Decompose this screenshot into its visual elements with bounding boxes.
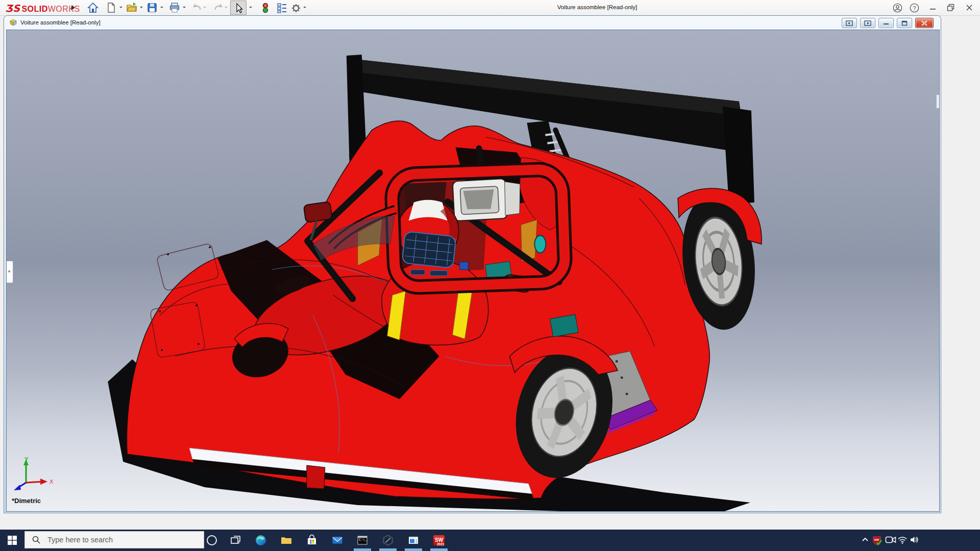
svg-text:C:\_: C:\_ [359,538,367,542]
running-indicator-hexagon-app [379,548,397,551]
restore-button[interactable] [946,3,956,13]
new-document-button[interactable] [105,2,117,14]
close-icon [966,4,973,11]
undo-icon [191,2,203,14]
print-icon [168,2,181,14]
gear-icon [290,2,302,14]
account-icon [893,3,902,13]
new-document-dropdown[interactable] [119,7,122,10]
settings-dropdown[interactable] [303,7,306,10]
view-orientation-label: *Dimetric [12,497,41,505]
assembly-icon [9,18,17,27]
camera-icon [885,535,896,544]
hexagon-app-icon [382,534,394,546]
taskbar-file-explorer-button[interactable] [280,534,292,546]
search-input[interactable] [46,535,186,544]
select-tool-active-button[interactable] [230,1,247,15]
solidworks-logo: ƷSSOLIDWORKS [5,3,80,14]
taskbar-hexagon-app-button[interactable] [382,534,394,546]
app-title-bar: ƷSSOLIDWORKS Voiture assomblee [Read-onl… [0,0,980,16]
taskbar-mail-button[interactable] [331,534,344,546]
tray-meet-now-button[interactable] [885,535,895,545]
settings-button[interactable] [290,2,302,14]
intake-box [453,178,522,221]
doc-minimize-button[interactable] [878,18,894,28]
select-dropdown[interactable] [249,7,252,10]
teal-light [534,236,546,253]
document-title: Voiture assomblee [Read-only] [20,19,101,26]
restore-icon [947,4,955,12]
helmet-vent [430,271,448,276]
splitter-strut [307,465,325,489]
feature-tree-collapsed-tab[interactable] [6,261,13,283]
help-button[interactable]: ? [909,3,919,13]
open-dropdown[interactable] [140,7,143,10]
file-explorer-icon [280,534,292,546]
tab-grip-dot [8,270,10,272]
document-title-bar: Voiture assomblee [Read-only] [9,18,101,27]
tray-volume-button[interactable] [910,535,920,545]
close-button[interactable] [964,3,974,13]
minimize-button[interactable] [928,3,938,13]
print-dropdown[interactable] [183,7,186,10]
redo-button[interactable] [212,2,225,14]
app-window-title: Voiture assomblee [Read-only] [521,4,674,10]
open-button[interactable] [126,2,138,14]
svg-text:SW: SW [874,538,879,541]
rebuild-button[interactable] [259,2,272,14]
undo-dropdown[interactable] [203,7,206,10]
speaker-icon [910,535,920,544]
command-prompt-icon: C:\_ [356,534,369,546]
running-indicator-cmd [354,548,371,551]
save-dropdown[interactable] [160,7,163,10]
taskbar-search[interactable] [24,531,204,548]
minimize-icon [929,4,937,11]
running-indicator-solidworks [430,548,448,551]
save-button[interactable] [146,2,158,14]
sw-year-label: 2021 [437,542,445,546]
store-icon [306,534,318,546]
open-folder-icon [126,2,138,14]
taskbar-solidworks-button[interactable]: SW2021 [433,534,445,546]
taskbar-task-view-button[interactable] [230,534,242,546]
taskbar-window-app-button[interactable] [407,534,420,546]
pane-right-button[interactable] [860,18,875,28]
triad-x-label: X [50,479,54,485]
taskbar-cortana-button[interactable] [206,534,218,546]
task-view-icon [230,534,242,546]
triad-y-label: Y [24,456,29,462]
search-icon [32,536,40,544]
print-button[interactable] [168,2,181,14]
doc-minimize-icon [883,20,889,26]
tray-chevron-button[interactable] [861,535,871,545]
windows-logo-icon [8,536,17,545]
tray-solidworks-monitor[interactable]: SW [872,535,882,545]
taskbar-edge-button[interactable] [255,534,267,546]
doc-restore-button[interactable] [897,18,912,28]
pane-left-icon [846,20,853,26]
undo-button[interactable] [191,2,203,14]
redo-dropdown[interactable] [225,7,228,10]
options-list-button[interactable] [276,2,288,14]
start-button[interactable] [5,534,19,546]
graphics-viewport[interactable]: Y X *Dimetric [6,30,940,512]
svg-text:?: ? [913,5,916,11]
toolbar-expand-arrow-icon[interactable] [71,5,78,10]
traffic-light-icon [259,2,272,14]
doc-close-button[interactable] [915,18,934,28]
pane-right-icon [864,20,871,26]
ds-logo-icon: ƷS [5,3,20,14]
pane-left-button[interactable] [842,18,857,28]
taskbar-store-button[interactable] [306,534,318,546]
select-cursor-icon [232,2,244,14]
car-3d-model[interactable] [7,30,939,511]
edge-icon [255,534,267,546]
mail-icon [331,534,344,546]
document-window-controls [842,18,934,28]
taskbar-command-prompt-button[interactable]: C:\_ [356,534,369,546]
home-button[interactable] [87,2,99,14]
orientation-triad: Y X [11,456,60,495]
tray-network-button[interactable] [897,535,908,545]
account-button[interactable] [892,3,902,13]
helmet-vent [411,270,425,275]
